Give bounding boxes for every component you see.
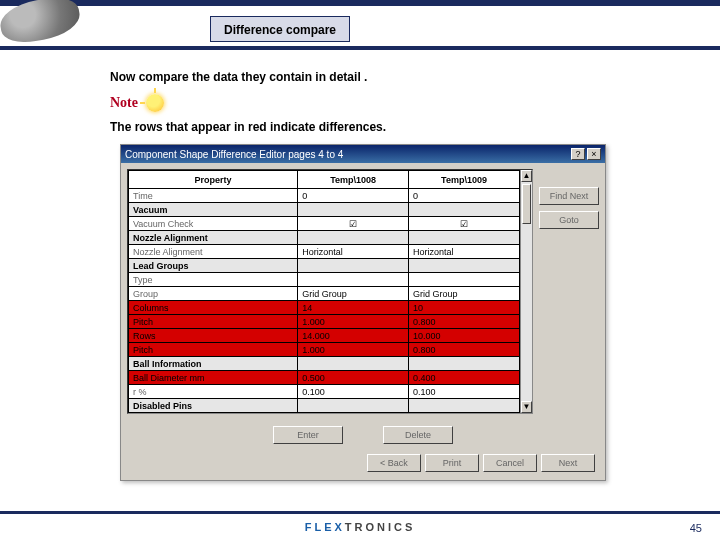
note-label: Note: [110, 95, 138, 111]
row-value: [409, 203, 520, 217]
table-row: Columns1410: [129, 301, 520, 315]
table-row: Vacuum Check☑☑: [129, 217, 520, 231]
table-row: Ball Diameter mm0.5000.400: [129, 371, 520, 385]
row-value: 0.800: [409, 315, 520, 329]
row-value: 0.100: [298, 385, 409, 399]
row-label: Nozzle Alignment: [129, 231, 298, 245]
back-button[interactable]: < Back: [367, 454, 421, 472]
lightbulb-icon: [146, 94, 164, 112]
table-row: Time00: [129, 189, 520, 203]
row-label: Ball Information: [129, 357, 298, 371]
window-titlebar: Component Shape Difference Editor pages …: [121, 145, 605, 163]
row-label: Group: [129, 287, 298, 301]
row-value: 1.000: [298, 343, 409, 357]
row-value: [298, 231, 409, 245]
row-label: Type: [129, 273, 298, 287]
row-value: [298, 357, 409, 371]
row-value: 1.000: [298, 315, 409, 329]
table-row: Rows14.00010.000: [129, 329, 520, 343]
grid-wrap: Property Temp\1008 Temp\1009 Time00Vacuu…: [127, 169, 533, 414]
title-tab: Difference compare: [210, 16, 350, 42]
content-area: Now compare the data they contain in det…: [0, 50, 720, 134]
row-value: [409, 273, 520, 287]
row-value: 10.000: [409, 329, 520, 343]
row-label: Pitch: [129, 315, 298, 329]
page-number: 45: [690, 522, 702, 534]
row-value: [409, 357, 520, 371]
scroll-up-icon[interactable]: ▲: [521, 170, 532, 182]
row-label: r %: [129, 385, 298, 399]
intro-text: Now compare the data they contain in det…: [110, 70, 690, 84]
row-label: Columns: [129, 301, 298, 315]
row-label: Ball Diameter mm: [129, 371, 298, 385]
row-label: Lead Groups: [129, 259, 298, 273]
row-value: 0.800: [409, 343, 520, 357]
brand-suffix: TRONICS: [345, 521, 416, 533]
table-row: Disabled Pins: [129, 399, 520, 413]
row-label: Pitch: [129, 343, 298, 357]
goto-button[interactable]: Goto: [539, 211, 599, 229]
row-value: Horizontal: [298, 245, 409, 259]
difference-table: Property Temp\1008 Temp\1009 Time00Vacuu…: [128, 170, 520, 413]
table-row: Lead Groups: [129, 259, 520, 273]
close-button[interactable]: ×: [587, 148, 601, 160]
row-value: 0: [298, 189, 409, 203]
help-button[interactable]: ?: [571, 148, 585, 160]
difference-editor-window: Component Shape Difference Editor pages …: [120, 144, 606, 481]
col-property: Property: [129, 171, 298, 189]
table-row: Nozzle AlignmentHorizontalHorizontal: [129, 245, 520, 259]
note-text: The rows that appear in red indicate dif…: [110, 120, 690, 134]
row-value: [409, 231, 520, 245]
row-value: Horizontal: [409, 245, 520, 259]
row-value: [298, 203, 409, 217]
row-value: [298, 259, 409, 273]
scroll-thumb[interactable]: [522, 184, 531, 224]
row-label: Disabled Pins: [129, 399, 298, 413]
bottom-buttons: Enter Delete: [121, 420, 605, 450]
row-label: Time: [129, 189, 298, 203]
row-value: [298, 273, 409, 287]
header-graphic: [0, 0, 83, 47]
table-row: GroupGrid GroupGrid Group: [129, 287, 520, 301]
row-label: Vacuum Check: [129, 217, 298, 231]
row-value: 0.100: [409, 385, 520, 399]
table-row: Vacuum: [129, 203, 520, 217]
row-value: 14.000: [298, 329, 409, 343]
window-title: Component Shape Difference Editor pages …: [125, 149, 343, 160]
note-line: Note: [110, 94, 690, 112]
table-row: Nozzle Alignment: [129, 231, 520, 245]
next-button[interactable]: Next: [541, 454, 595, 472]
side-buttons: Find Next Goto: [539, 169, 599, 414]
row-value: [409, 399, 520, 413]
window-body: Property Temp\1008 Temp\1009 Time00Vacuu…: [121, 163, 605, 420]
vertical-scrollbar[interactable]: ▲ ▼: [520, 170, 532, 413]
row-value: ☑: [409, 217, 520, 231]
delete-button[interactable]: Delete: [383, 426, 453, 444]
row-label: Rows: [129, 329, 298, 343]
footer: FLEXTRONICS: [0, 514, 720, 540]
table-row: r %0.1000.100: [129, 385, 520, 399]
print-button[interactable]: Print: [425, 454, 479, 472]
scroll-down-icon[interactable]: ▼: [521, 401, 532, 413]
table-row: Pitch1.0000.800: [129, 315, 520, 329]
row-value: 14: [298, 301, 409, 315]
row-value: Grid Group: [298, 287, 409, 301]
window-controls: ? ×: [571, 148, 601, 160]
table-row: Pitch1.0000.800: [129, 343, 520, 357]
enter-button[interactable]: Enter: [273, 426, 343, 444]
row-value: ☑: [298, 217, 409, 231]
row-value: [298, 399, 409, 413]
row-value: 0.500: [298, 371, 409, 385]
table-row: Ball Information: [129, 357, 520, 371]
col-left: Temp\1008: [298, 171, 409, 189]
cancel-button[interactable]: Cancel: [483, 454, 537, 472]
find-next-button[interactable]: Find Next: [539, 187, 599, 205]
brand-prefix: FLEX: [305, 521, 345, 533]
brand-logo: FLEXTRONICS: [305, 521, 416, 533]
row-value: 0.400: [409, 371, 520, 385]
slide-header: Difference compare: [0, 0, 720, 50]
row-value: [409, 259, 520, 273]
col-right: Temp\1009: [409, 171, 520, 189]
row-label: Nozzle Alignment: [129, 245, 298, 259]
row-value: 10: [409, 301, 520, 315]
